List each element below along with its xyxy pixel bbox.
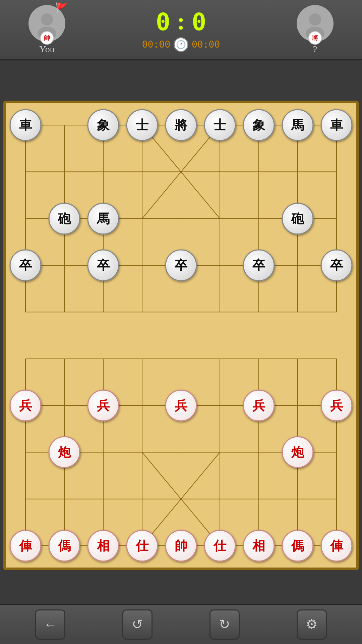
piece-兵-4-6[interactable]: 兵 [165, 390, 197, 422]
piece-馬-2-2[interactable]: 馬 [87, 203, 119, 234]
score-section: 0 : 0 00:00 🕐 00:00 [142, 8, 220, 52]
player1-flag: 🚩 [55, 2, 69, 15]
player2-label: ? [313, 44, 317, 55]
piece-兵-0-6[interactable]: 兵 [10, 390, 42, 422]
piece-傌-1-9[interactable]: 傌 [49, 530, 80, 562]
player2-section: 將 ? [282, 5, 349, 55]
piece-象-6-0[interactable]: 象 [243, 109, 275, 141]
timer-left: 00:00 [142, 39, 170, 50]
piece-兵-6-6[interactable]: 兵 [243, 390, 275, 422]
piece-卒-8-3[interactable]: 卒 [321, 250, 353, 281]
svg-point-0 [41, 13, 53, 25]
piece-砲-7-2[interactable]: 砲 [282, 203, 314, 234]
player2-score: 0 [192, 8, 206, 36]
piece-傌-7-9[interactable]: 傌 [282, 530, 314, 562]
player2-avatar: 將 [297, 5, 334, 42]
piece-砲-1-2[interactable]: 砲 [49, 203, 80, 234]
back-button[interactable]: ← [35, 609, 65, 640]
piece-車-0-0[interactable]: 車 [10, 109, 42, 141]
toolbar: ← ↺ ↻ ⚙ [0, 604, 362, 644]
piece-馬-7-0[interactable]: 馬 [282, 109, 314, 141]
piece-象-2-0[interactable]: 象 [87, 109, 119, 141]
undo-button[interactable]: ↺ [122, 609, 153, 640]
piece-士-3-0[interactable]: 士 [126, 109, 158, 141]
header: 🚩 帥 You 0 : 0 00:00 🕐 00:00 將 [0, 0, 362, 60]
svg-point-2 [309, 13, 321, 25]
clock-icon: 🕐 [174, 37, 188, 52]
piece-俥-0-9[interactable]: 俥 [10, 530, 42, 562]
piece-將-4-0[interactable]: 將 [165, 109, 197, 141]
piece-卒-2-3[interactable]: 卒 [87, 250, 119, 281]
piece-炮-7-7[interactable]: 炮 [282, 436, 314, 468]
player1-piece-badge: 帥 [40, 31, 54, 45]
piece-炮-1-7[interactable]: 炮 [49, 436, 80, 468]
piece-卒-6-3[interactable]: 卒 [243, 250, 275, 281]
piece-相-6-9[interactable]: 相 [243, 530, 275, 562]
piece-兵-8-6[interactable]: 兵 [321, 390, 353, 422]
settings-button[interactable]: ⚙ [297, 609, 327, 640]
piece-兵-2-6[interactable]: 兵 [87, 390, 119, 422]
piece-卒-4-3[interactable]: 卒 [165, 250, 197, 281]
piece-仕-5-9[interactable]: 仕 [204, 530, 236, 562]
timer-right: 00:00 [192, 39, 220, 50]
player1-label: You [39, 44, 54, 55]
piece-仕-3-9[interactable]: 仕 [126, 530, 158, 562]
player1-score: 0 [156, 8, 170, 36]
piece-士-5-0[interactable]: 士 [204, 109, 236, 141]
player2-piece-badge: 將 [308, 31, 322, 45]
piece-車-8-0[interactable]: 車 [321, 109, 353, 141]
player1-section: 🚩 帥 You [13, 5, 80, 55]
piece-俥-8-9[interactable]: 俥 [321, 530, 353, 562]
refresh-button[interactable]: ↻ [209, 609, 240, 640]
score-colon: : [177, 8, 185, 36]
board-grid [6, 103, 356, 568]
player1-avatar: 🚩 帥 [28, 5, 65, 42]
piece-卒-0-3[interactable]: 卒 [10, 250, 42, 281]
piece-相-2-9[interactable]: 相 [87, 530, 119, 562]
timer-row: 00:00 🕐 00:00 [142, 37, 220, 52]
score-display: 0 : 0 [156, 8, 206, 36]
piece-帥-4-9[interactable]: 帥 [165, 530, 197, 562]
board[interactable]: 車象士將士象馬車砲馬砲卒卒卒卒卒兵兵兵兵兵炮炮俥傌相仕帥仕相傌俥 [3, 101, 359, 570]
